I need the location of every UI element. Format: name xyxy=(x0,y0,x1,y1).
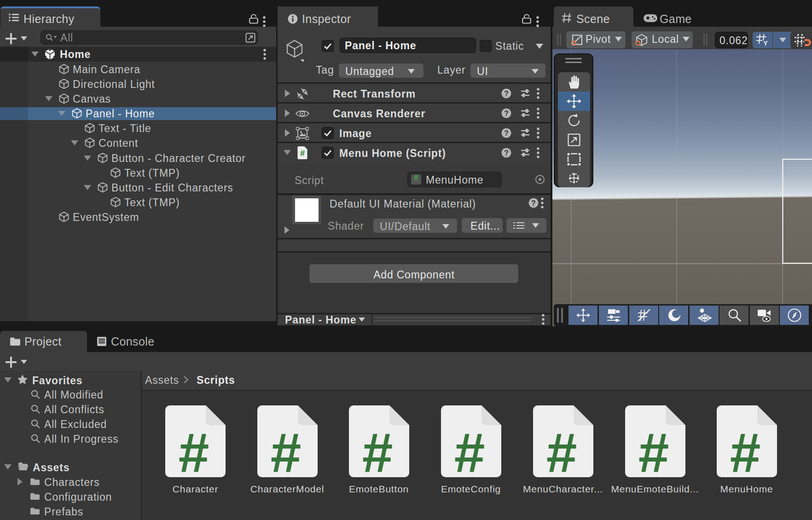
svg-text:Y: Y xyxy=(763,39,768,46)
svg-text:#: # xyxy=(179,422,209,477)
